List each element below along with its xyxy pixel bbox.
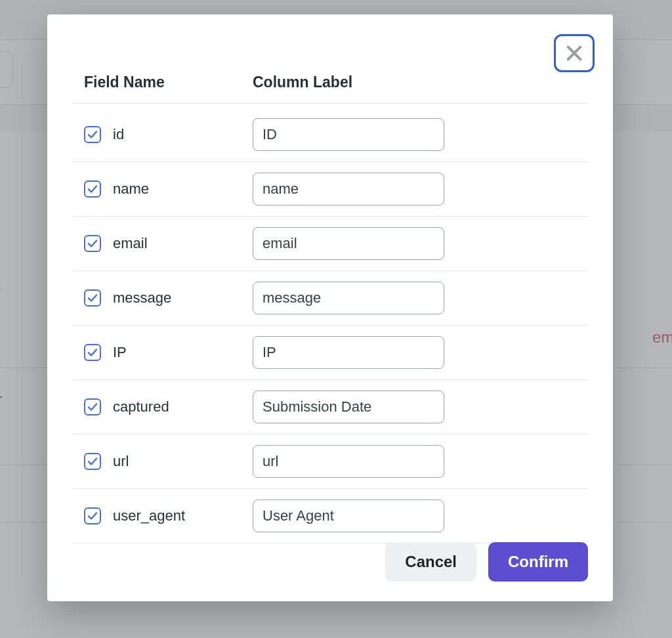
- check-icon: [87, 401, 98, 413]
- check-icon: [87, 510, 98, 522]
- column-label-input[interactable]: [253, 282, 444, 314]
- field-mapping-table: Field Name Column Label idnameemailmessa…: [72, 14, 588, 543]
- header-field-name: Field Name: [72, 14, 246, 104]
- field-checkbox[interactable]: [84, 235, 101, 252]
- field-name-label: user_agent: [113, 507, 185, 524]
- confirm-button[interactable]: Confirm: [488, 542, 588, 582]
- check-icon: [87, 183, 98, 195]
- header-column-label: Column Label: [246, 14, 588, 104]
- table-row: name: [72, 162, 588, 217]
- field-checkbox[interactable]: [84, 507, 101, 524]
- check-icon: [87, 292, 98, 304]
- column-label-input[interactable]: [253, 227, 444, 260]
- field-name-label: name: [113, 181, 149, 198]
- field-checkbox[interactable]: [84, 126, 101, 143]
- column-label-input[interactable]: [253, 173, 444, 205]
- field-checkbox[interactable]: [84, 398, 101, 415]
- column-label-input[interactable]: [253, 336, 444, 369]
- table-row: user_agent: [72, 489, 588, 543]
- field-checkbox[interactable]: [84, 453, 101, 470]
- check-icon: [87, 238, 98, 249]
- column-label-input[interactable]: [253, 118, 444, 151]
- check-icon: [87, 347, 98, 358]
- check-icon: [87, 129, 98, 140]
- field-checkbox[interactable]: [84, 289, 101, 307]
- field-mapping-modal: Field Name Column Label idnameemailmessa…: [47, 14, 613, 601]
- check-icon: [87, 456, 98, 467]
- close-icon: [565, 44, 583, 62]
- field-checkbox[interactable]: [84, 344, 101, 361]
- cancel-button[interactable]: Cancel: [385, 542, 476, 582]
- modal-footer: Cancel Confirm: [385, 542, 588, 582]
- field-name-label: id: [113, 126, 124, 143]
- field-name-label: captured: [113, 398, 169, 415]
- field-name-label: IP: [113, 344, 127, 361]
- column-label-input[interactable]: [253, 391, 444, 423]
- field-checkbox[interactable]: [84, 181, 101, 198]
- table-row: message: [72, 271, 588, 326]
- column-label-input[interactable]: [253, 445, 444, 478]
- table-row: id: [72, 104, 588, 162]
- table-row: IP: [72, 326, 588, 380]
- field-name-label: url: [113, 453, 129, 470]
- column-label-input[interactable]: [253, 500, 444, 532]
- close-button[interactable]: [554, 34, 595, 72]
- field-name-label: message: [113, 289, 171, 307]
- table-row: url: [72, 435, 588, 489]
- field-name-label: email: [113, 235, 148, 252]
- table-row: email: [72, 217, 588, 271]
- table-row: captured: [72, 380, 588, 435]
